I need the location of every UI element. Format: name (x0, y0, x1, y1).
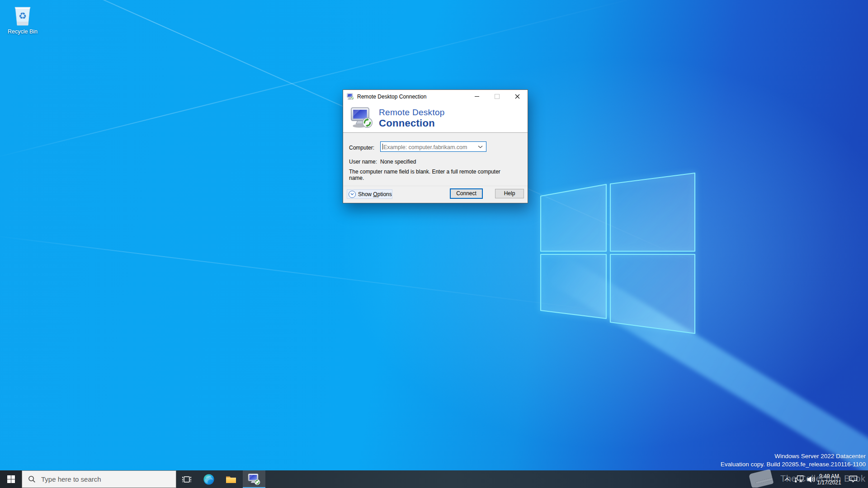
banner-line1: Remote Desktop (379, 108, 445, 117)
show-hidden-icons-button[interactable] (782, 470, 793, 488)
windows-start-icon (7, 475, 15, 483)
rdp-banner-icon (350, 105, 373, 129)
show-options-button[interactable]: Show Options (347, 189, 392, 199)
username-value: None specified (380, 159, 416, 165)
remote-desktop-connection-dialog: Remote Desktop Connection Remote Desktop… (343, 89, 528, 203)
clock-time: 9:49 AM (819, 473, 839, 479)
taskbar (0, 470, 868, 488)
file-explorer-icon (225, 474, 237, 485)
maximize-button-disabled (487, 90, 507, 103)
options-expand-circle (349, 191, 356, 198)
taskbar-app-remote-desktop-active[interactable] (243, 470, 265, 488)
chevron-down-icon[interactable] (478, 145, 483, 148)
os-watermark-line1: Windows Server 2022 Datacenter (721, 452, 866, 460)
clock-date: 1/17/2021 (817, 479, 841, 486)
os-watermark-line2: Evaluation copy. Build 20285.fe_release.… (721, 460, 866, 469)
separator-line (343, 186, 528, 186)
recycle-bin-desktop-icon[interactable]: ♻ Recycle Bin (5, 4, 41, 35)
recycle-bin-label: Recycle Bin (5, 28, 41, 35)
minimize-icon (475, 96, 479, 97)
search-icon (28, 475, 36, 483)
dialog-title: Remote Desktop Connection (357, 94, 426, 100)
show-options-label: Show Options (358, 191, 392, 197)
minimize-button[interactable] (467, 90, 487, 103)
taskbar-clock[interactable]: 9:49 AM 1/17/2021 (816, 470, 843, 488)
chevron-up-icon (784, 478, 790, 481)
action-center-icon (849, 475, 858, 483)
computer-label: Computer: (349, 145, 374, 151)
os-watermark: Windows Server 2022 Datacenter Evaluatio… (721, 452, 866, 469)
wallpaper-background (0, 0, 868, 488)
username-label: User name: (349, 159, 377, 165)
computer-input[interactable] (382, 143, 475, 151)
microsoft-edge-icon (203, 474, 215, 485)
info-text: The computer name field is blank. Enter … (349, 169, 500, 181)
search-input[interactable] (40, 475, 164, 483)
taskbar-search-box[interactable] (22, 470, 176, 488)
dialog-banner: Remote Desktop Connection (343, 103, 528, 133)
windows-logo-wallpaper (511, 149, 719, 339)
book-icon (749, 469, 775, 488)
task-view-button[interactable] (176, 470, 198, 488)
connect-button[interactable]: Connect (450, 188, 483, 199)
help-button[interactable]: Help (495, 189, 524, 198)
recycle-bin-icon: ♻ (10, 4, 35, 26)
taskbar-app-file-explorer[interactable] (220, 470, 242, 488)
taskbar-app-edge[interactable] (198, 470, 220, 488)
computer-combobox[interactable] (380, 141, 486, 152)
start-button[interactable] (0, 470, 22, 488)
network-icon (795, 475, 804, 483)
desktop-screen: ♻ Recycle Bin Windows Server 2022 Datace… (0, 0, 868, 488)
action-center-button[interactable] (847, 470, 859, 488)
system-tray: 9:49 AM 1/17/2021 (778, 470, 868, 488)
info-line1: The computer name field is blank. Enter … (349, 169, 500, 175)
rdp-window-icon (347, 93, 354, 100)
dialog-body: Computer: User name: None specified The … (343, 133, 528, 203)
close-button[interactable] (507, 90, 528, 103)
volume-icon (807, 476, 816, 483)
recycle-glyph: ♻ (19, 11, 27, 21)
task-view-icon (182, 474, 192, 484)
banner-line2: Connection (379, 117, 445, 129)
network-tray-button[interactable] (794, 470, 805, 488)
banner-text: Remote Desktop Connection (379, 108, 445, 129)
info-line2: name. (349, 175, 500, 182)
chevron-down-icon (350, 193, 354, 195)
remote-desktop-icon (248, 473, 260, 485)
maximize-icon (495, 94, 500, 99)
close-icon (515, 94, 520, 99)
dialog-titlebar[interactable]: Remote Desktop Connection (343, 90, 528, 103)
